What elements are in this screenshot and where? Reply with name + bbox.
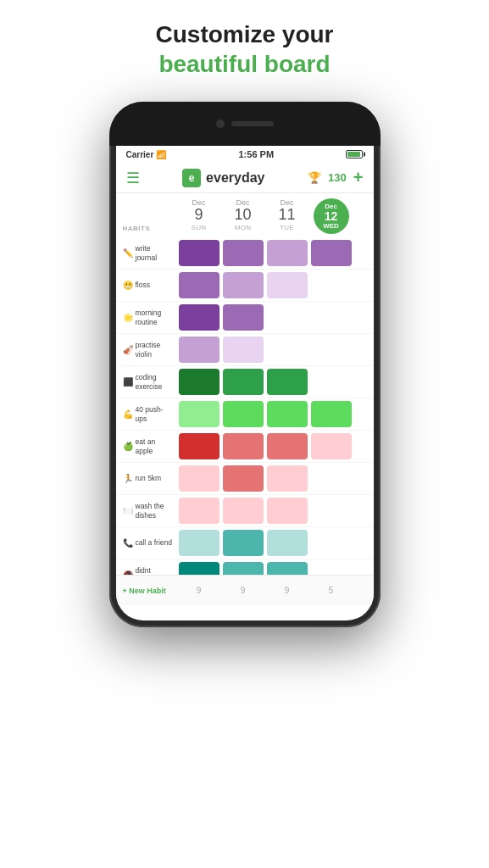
habit-cell[interactable] [177, 527, 221, 559]
habit-cell[interactable] [221, 463, 265, 494]
habit-cell[interactable] [221, 431, 265, 462]
app-header-right: 🏆 130 + [308, 168, 363, 187]
habit-cell-inner [179, 498, 219, 524]
battery-icon [346, 150, 363, 159]
date-header-row: HABITS Dec 9 SUN Dec 10 MON Dec 11 TUE D… [116, 193, 374, 237]
habit-name-col: ✏️write journal [116, 242, 177, 263]
habit-cell-inner [311, 272, 352, 298]
habit-cell[interactable] [221, 270, 265, 301]
habit-cell[interactable] [309, 463, 353, 494]
habit-cell[interactable] [221, 398, 265, 430]
habit-name-col: 🍽️wash the dishes [116, 500, 177, 520]
habit-cell[interactable] [265, 366, 309, 398]
habit-name-col: 😬floss [116, 279, 177, 292]
app-header: ☰ e everyday 🏆 130 + [116, 163, 374, 193]
trophy-icon: 🏆 [308, 171, 321, 184]
habit-cell[interactable] [177, 302, 221, 333]
habit-cell-inner [311, 562, 352, 575]
habit-cell[interactable] [221, 527, 265, 559]
habit-cell[interactable] [309, 270, 353, 301]
habit-name: run 5km [136, 474, 162, 482]
habit-cell[interactable] [177, 237, 221, 269]
habit-cell[interactable] [309, 398, 353, 430]
habit-cell[interactable] [309, 431, 353, 462]
habit-cell[interactable] [177, 270, 221, 301]
habit-cell[interactable] [309, 366, 353, 398]
habit-cell[interactable] [221, 334, 265, 365]
new-habit-button[interactable]: + New Habit [116, 587, 177, 595]
status-time: 1:56 PM [239, 149, 275, 159]
phone-speaker [231, 121, 274, 126]
habits-rows: ✏️write journal😬floss🌟morning routine🎻pr… [116, 237, 374, 575]
habit-cell[interactable] [221, 237, 265, 269]
habit-cell[interactable] [265, 270, 309, 301]
habit-cell-inner [223, 337, 264, 363]
habit-cell[interactable] [177, 366, 221, 398]
habit-cell-inner [179, 562, 219, 575]
habit-cell-inner [223, 304, 264, 331]
date-col-12: Dec 12 WED [309, 198, 353, 234]
habit-cell[interactable] [221, 495, 265, 526]
habit-cell-inner [223, 530, 264, 556]
habit-cell[interactable] [265, 334, 309, 365]
habit-cell[interactable] [309, 302, 353, 333]
habit-cell-inner [179, 433, 219, 459]
habit-cell[interactable] [265, 527, 309, 559]
habit-emoji: 🍏 [123, 442, 133, 452]
habit-cell[interactable] [265, 302, 309, 333]
habit-cell[interactable] [265, 463, 309, 494]
habit-cell-inner [179, 465, 219, 492]
habit-cell[interactable] [265, 495, 309, 526]
habit-cell[interactable] [177, 431, 221, 462]
habit-cell-inner [311, 369, 352, 395]
menu-button[interactable]: ☰ [126, 169, 140, 187]
habit-name-col: 📞call a friend [116, 537, 177, 550]
habit-cell-inner [311, 465, 352, 492]
habit-cell[interactable] [221, 366, 265, 398]
habit-cell-inner [179, 401, 219, 427]
habit-name: eat an apple [136, 437, 174, 454]
habit-cell[interactable] [265, 398, 309, 430]
habit-name: floss [136, 281, 150, 289]
habit-cell[interactable] [309, 334, 353, 365]
app-logo: e everyday [182, 169, 264, 187]
phone-top [109, 102, 381, 146]
habit-row: 🍽️wash the dishes [116, 495, 374, 527]
habit-name: morning routine [136, 309, 174, 326]
habit-cell[interactable] [265, 431, 309, 462]
habit-cell[interactable] [177, 559, 221, 575]
habit-row: 📞call a friend [116, 527, 374, 559]
today-badge: Dec 12 WED [314, 198, 349, 234]
habit-cell[interactable] [221, 559, 265, 575]
habit-cell-inner [179, 337, 219, 363]
footer-counts: 9995 [177, 586, 353, 595]
habit-cell[interactable] [221, 302, 265, 333]
habit-cell-inner [223, 562, 264, 575]
date-col-10: Dec 10 MON [221, 198, 265, 234]
habit-row: 🌟morning routine [116, 302, 374, 334]
habit-cell[interactable] [309, 495, 353, 526]
wifi-icon: 📶 [156, 150, 166, 159]
habit-cell[interactable] [177, 495, 221, 526]
add-button[interactable]: + [353, 168, 364, 187]
habit-cell[interactable] [177, 398, 221, 430]
habit-row: ✏️write journal [116, 237, 374, 270]
habit-cell[interactable] [177, 463, 221, 494]
habit-name-col: 🏃run 5km [116, 472, 177, 486]
habit-cell-inner [267, 337, 308, 363]
habit-cell-inner [267, 272, 308, 298]
habit-cell[interactable] [177, 334, 221, 365]
habit-cell[interactable] [309, 237, 353, 269]
habit-cell[interactable] [265, 237, 309, 269]
habit-cell-inner [267, 433, 308, 459]
habit-name-col: 🍏eat an apple [116, 436, 177, 456]
habit-cell-inner [223, 433, 264, 459]
habit-cell-inner [311, 337, 352, 363]
habit-cell-inner [223, 272, 264, 298]
date-plain: Dec 9 SUN [177, 198, 221, 231]
habit-cell-inner [223, 465, 264, 492]
habit-cell[interactable] [309, 559, 353, 575]
habit-cell[interactable] [265, 559, 309, 575]
habit-cell[interactable] [309, 527, 353, 559]
habit-row: 🏃run 5km [116, 463, 374, 495]
